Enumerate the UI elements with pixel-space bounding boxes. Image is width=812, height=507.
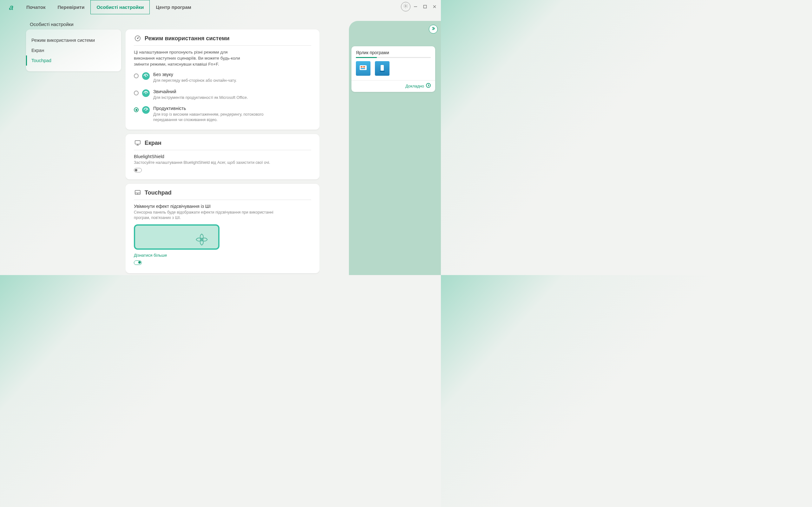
performance-icon bbox=[142, 106, 150, 114]
svg-rect-17 bbox=[380, 65, 384, 71]
mode-performance-title: Продуктивність bbox=[153, 106, 287, 111]
radio-performance[interactable] bbox=[134, 107, 139, 112]
touchpad-icon bbox=[134, 189, 142, 196]
usage-mode-card: Режим використання системи Ці налаштуван… bbox=[125, 30, 319, 130]
svg-rect-18 bbox=[380, 71, 385, 72]
ai-pattern-icon bbox=[195, 233, 209, 246]
svg-point-0 bbox=[405, 5, 406, 7]
maximize-button[interactable] bbox=[420, 2, 429, 11]
mode-silent-sub: Для перегляду веб-сторінок або онлайн-ча… bbox=[153, 78, 237, 83]
ai-light-toggle[interactable] bbox=[134, 261, 142, 265]
bluelightshield-toggle[interactable] bbox=[134, 168, 142, 172]
mode-normal[interactable]: Звичайний Для інструментів продуктивност… bbox=[134, 89, 311, 101]
main-tabs: Початок Перевірити Особисті настройки Це… bbox=[20, 0, 197, 14]
svg-rect-10 bbox=[135, 141, 141, 144]
bluelightshield-desc: Застосуйте налаштування BluelightShield … bbox=[134, 160, 280, 165]
usage-mode-desc: Ці налаштування пропонують різні режими … bbox=[134, 49, 242, 67]
learn-more-link[interactable]: Дізнатися більше bbox=[134, 253, 167, 258]
tab-check[interactable]: Перевірити bbox=[51, 0, 90, 14]
touchpad-preview bbox=[134, 224, 219, 250]
chevron-right-circle-icon bbox=[426, 83, 431, 89]
tab-home[interactable]: Початок bbox=[20, 0, 51, 14]
chevrons-right-icon bbox=[431, 26, 436, 32]
settings-button[interactable] bbox=[401, 2, 410, 11]
mode-silent-title: Без звуку bbox=[153, 72, 237, 77]
radio-normal[interactable] bbox=[134, 91, 139, 95]
shortcut-widget: Ярлик програми Докладно bbox=[351, 46, 435, 92]
mode-performance-sub: Для ігор із високим навантаженням, ренде… bbox=[153, 112, 287, 123]
ai-light-title: Увімкнути ефект підсвічування із ШІ bbox=[134, 204, 311, 209]
touchpad-title: Touchpad bbox=[145, 189, 171, 196]
widget-title: Ярлик програми bbox=[356, 50, 431, 55]
tab-personal-settings[interactable]: Особисті настройки bbox=[90, 0, 150, 14]
svg-point-19 bbox=[426, 83, 430, 88]
bluelightshield-title: BluelightShield bbox=[134, 154, 311, 159]
svg-rect-13 bbox=[360, 65, 367, 70]
close-button[interactable] bbox=[430, 2, 439, 11]
usage-mode-title: Режим використання системи bbox=[145, 35, 230, 42]
svg-rect-16 bbox=[361, 68, 365, 69]
screen-card: Екран BluelightShield Застосуйте налашту… bbox=[125, 134, 319, 179]
collapse-rail-button[interactable] bbox=[429, 25, 438, 34]
mode-normal-sub: Для інструментів продуктивності як Micro… bbox=[153, 95, 248, 101]
svg-rect-15 bbox=[363, 66, 365, 67]
radio-silent[interactable] bbox=[134, 73, 139, 78]
settings-sidebar: Режим використання системи Екран Touchpa… bbox=[26, 30, 121, 71]
sidebar-item-usage-mode[interactable]: Режим використання системи bbox=[26, 35, 121, 45]
gear-icon bbox=[403, 3, 408, 10]
shortcut-tile-1[interactable] bbox=[356, 61, 370, 76]
window-controls bbox=[401, 2, 439, 11]
widget-divider bbox=[356, 57, 431, 58]
silent-icon bbox=[142, 72, 150, 80]
minimize-button[interactable] bbox=[411, 2, 420, 11]
top-bar: a Початок Перевірити Особисті настройки … bbox=[0, 0, 441, 14]
svg-rect-14 bbox=[361, 66, 362, 67]
monitor-icon bbox=[134, 139, 142, 147]
mode-silent[interactable]: Без звуку Для перегляду веб-сторінок або… bbox=[134, 72, 311, 83]
ai-light-desc: Сенсорна панель буде відображати ефекти … bbox=[134, 210, 280, 221]
widget-more-label: Докладно bbox=[405, 83, 424, 89]
normal-icon bbox=[142, 89, 150, 97]
app-logo: a bbox=[3, 0, 20, 14]
touchpad-card: Touchpad Увімкнути ефект підсвічування і… bbox=[125, 184, 319, 273]
page-title: Особисті настройки bbox=[30, 21, 73, 27]
right-rail: Ярлик програми Докладно bbox=[349, 21, 441, 275]
mode-normal-title: Звичайний bbox=[153, 89, 248, 94]
svg-rect-1 bbox=[424, 5, 426, 8]
widget-more-link[interactable]: Докладно bbox=[356, 83, 431, 89]
sidebar-item-screen[interactable]: Екран bbox=[26, 45, 121, 55]
sidebar-item-touchpad[interactable]: Touchpad bbox=[26, 55, 121, 66]
screen-title: Екран bbox=[145, 140, 161, 147]
mode-performance[interactable]: Продуктивність Для ігор із високим наван… bbox=[134, 106, 311, 123]
gauge-icon bbox=[134, 35, 142, 42]
tab-app-center[interactable]: Центр програм bbox=[150, 0, 197, 14]
main-content: Режим використання системи Ці налаштуван… bbox=[125, 30, 319, 275]
shortcut-tile-2[interactable] bbox=[375, 61, 390, 76]
